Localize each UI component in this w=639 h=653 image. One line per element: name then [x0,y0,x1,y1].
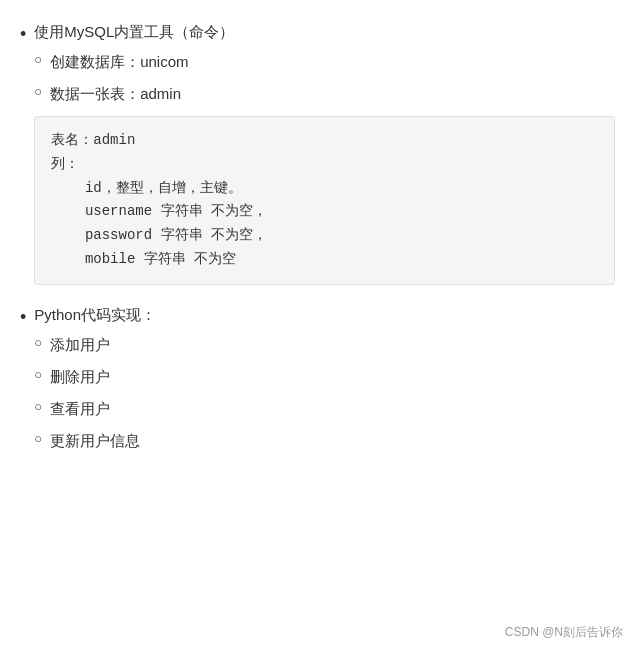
sub-item-update-user: ○ 更新用户信息 [34,429,615,453]
sub-item-view-user-label: 查看用户 [50,397,110,421]
sub-bullet-1: ○ [34,52,42,67]
main-bullet-1: • [20,21,26,48]
main-item-mysql-content: 使用MySQL内置工具（命令） ○ 创建数据库：unicom ○ 数据一张表：a… [34,20,615,289]
sub-bullet-4: ○ [34,367,42,382]
main-list: • 使用MySQL内置工具（命令） ○ 创建数据库：unicom ○ 数据一张表… [20,20,615,461]
main-item-python-content: Python代码实现： ○ 添加用户 ○ 删除用户 ○ 查看用户 ○ 更新用户信… [34,303,615,461]
sub-item-create-table: ○ 数据一张表：admin [34,82,615,106]
sub-bullet-3: ○ [34,335,42,350]
sub-item-create-table-label: 数据一张表：admin [50,82,181,106]
sub-bullet-6: ○ [34,431,42,446]
sub-item-add-user-label: 添加用户 [50,333,110,357]
sub-bullet-5: ○ [34,399,42,414]
main-bullet-2: • [20,304,26,331]
sub-item-create-db-label: 创建数据库：unicom [50,50,188,74]
sub-bullet-2: ○ [34,84,42,99]
sub-item-update-user-label: 更新用户信息 [50,429,140,453]
watermark: CSDN @N刻后告诉你 [505,624,623,641]
main-list-item-mysql: • 使用MySQL内置工具（命令） ○ 创建数据库：unicom ○ 数据一张表… [20,20,615,289]
sub-item-create-db: ○ 创建数据库：unicom [34,50,615,74]
code-block-admin: 表名：admin 列： id，整型，自增，主键。 username 字符串 不为… [34,116,615,285]
sub-item-delete-user-label: 删除用户 [50,365,110,389]
sub-list-mysql: ○ 创建数据库：unicom ○ 数据一张表：admin [34,50,615,106]
sub-item-delete-user: ○ 删除用户 [34,365,615,389]
main-item-python-label: Python代码实现： [34,306,156,323]
sub-item-add-user: ○ 添加用户 [34,333,615,357]
main-list-item-python: • Python代码实现： ○ 添加用户 ○ 删除用户 ○ 查看用户 ○ 更新 [20,303,615,461]
main-item-mysql-label: 使用MySQL内置工具（命令） [34,23,234,40]
sub-list-python: ○ 添加用户 ○ 删除用户 ○ 查看用户 ○ 更新用户信息 [34,333,615,453]
sub-item-view-user: ○ 查看用户 [34,397,615,421]
